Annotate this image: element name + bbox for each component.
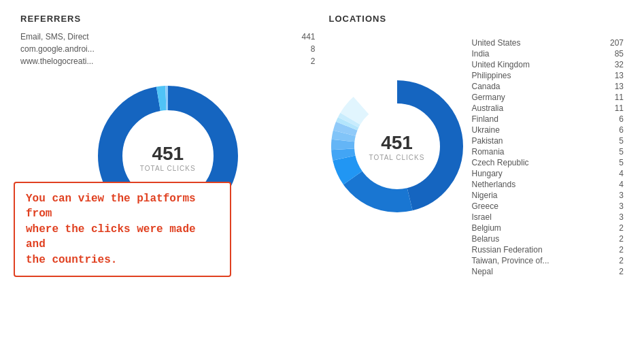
referrer-label: Email, SMS, Direct xyxy=(20,32,89,42)
location-name: Romania xyxy=(472,147,505,157)
locations-chart: 451 TOTAL CLICKS xyxy=(329,37,465,277)
location-name: Israel xyxy=(472,212,492,222)
location-count: 2 xyxy=(607,267,624,276)
location-count: 3 xyxy=(607,212,624,222)
locations-title: LOCATIONS xyxy=(329,14,624,24)
referrers-title: REFERRERS xyxy=(20,14,316,24)
location-item: Australia11 xyxy=(472,103,624,114)
referrers-total-label: TOTAL CLICKS xyxy=(140,165,196,172)
location-count: 5 xyxy=(607,136,624,146)
location-name: Canada xyxy=(472,82,501,91)
location-name: Nepal xyxy=(472,267,493,276)
location-name: United Kingdom xyxy=(472,60,530,69)
location-item: United States207 xyxy=(472,37,624,48)
location-item: Taiwan, Province of...2 xyxy=(472,255,624,266)
location-item: India85 xyxy=(472,48,624,59)
location-count: 6 xyxy=(607,125,624,135)
location-name: Finland xyxy=(472,114,498,124)
locations-content: 451 TOTAL CLICKS United States207India85… xyxy=(329,37,624,277)
referrers-total: 451 xyxy=(140,143,196,165)
location-item: Greece3 xyxy=(472,201,624,212)
location-name: Hungary xyxy=(472,169,503,178)
location-count: 2 xyxy=(607,223,624,233)
location-item: Finland6 xyxy=(472,114,624,125)
location-item: United Kingdom32 xyxy=(472,59,624,70)
location-name: Philippines xyxy=(472,71,511,80)
location-name: Ukraine xyxy=(472,125,500,135)
location-count: 207 xyxy=(607,38,624,48)
location-item: Hungary4 xyxy=(472,168,624,179)
location-count: 5 xyxy=(607,147,624,157)
location-item: Ukraine6 xyxy=(472,125,624,135)
referrer-label: com.google.androi... xyxy=(20,44,95,54)
location-count: 4 xyxy=(607,169,624,178)
location-item: Belgium2 xyxy=(472,223,624,233)
location-name: Taiwan, Province of... xyxy=(472,256,549,265)
location-name: Germany xyxy=(472,93,505,102)
location-name: Netherlands xyxy=(472,180,516,189)
location-count: 4 xyxy=(607,180,624,189)
location-count: 85 xyxy=(607,49,624,59)
location-count: 11 xyxy=(607,103,624,113)
referrer-count: 441 xyxy=(301,32,315,42)
locations-panel: LOCATIONS xyxy=(329,14,624,277)
location-item: Belarus2 xyxy=(472,233,624,244)
location-count: 13 xyxy=(607,82,624,91)
referrer-count: 8 xyxy=(311,44,316,54)
location-item: Canada13 xyxy=(472,81,624,92)
location-name: Czech Republic xyxy=(472,158,529,167)
location-item: Nepal2 xyxy=(472,266,624,277)
location-count: 5 xyxy=(607,158,624,167)
location-name: Greece xyxy=(472,201,498,211)
location-count: 2 xyxy=(607,234,624,244)
page-wrapper: REFERRERS Email, SMS, Direct441com.googl… xyxy=(0,0,644,291)
location-name: Nigeria xyxy=(472,191,498,200)
referrer-item: www.thelogocreati...2 xyxy=(20,55,316,67)
referrer-list: Email, SMS, Direct441com.google.androi..… xyxy=(20,31,316,67)
location-count: 11 xyxy=(607,93,624,102)
location-name: Russian Federation xyxy=(472,245,543,255)
location-item: Romania5 xyxy=(472,146,624,157)
location-name: Pakistan xyxy=(472,136,503,146)
location-name: Belgium xyxy=(472,223,501,233)
location-name: Belarus xyxy=(472,234,500,244)
location-name: India xyxy=(472,49,490,59)
referrer-count: 2 xyxy=(311,56,316,66)
locations-center: 451 TOTAL CLICKS xyxy=(369,132,425,161)
location-item: Russian Federation2 xyxy=(472,244,624,255)
location-item: Germany11 xyxy=(472,92,624,103)
location-count: 2 xyxy=(607,245,624,255)
location-count: 3 xyxy=(607,191,624,200)
referrer-item: Email, SMS, Direct441 xyxy=(20,31,316,43)
locations-list: United States207India85United Kingdom32P… xyxy=(472,37,624,277)
location-count: 3 xyxy=(607,201,624,211)
location-item: Philippines13 xyxy=(472,70,624,81)
location-count: 13 xyxy=(607,71,624,80)
referrers-center: 451 TOTAL CLICKS xyxy=(140,143,196,172)
location-item: Pakistan5 xyxy=(472,135,624,146)
location-name: United States xyxy=(472,38,521,48)
referrer-label: www.thelogocreati... xyxy=(20,56,93,66)
location-count: 2 xyxy=(607,256,624,265)
location-count: 32 xyxy=(607,60,624,69)
locations-total-label: TOTAL CLICKS xyxy=(369,154,425,161)
location-name: Australia xyxy=(472,103,504,113)
referrer-item: com.google.androi...8 xyxy=(20,43,316,55)
location-item: Israel3 xyxy=(472,212,624,223)
location-item: Nigeria3 xyxy=(472,190,624,201)
locations-donut: 451 TOTAL CLICKS xyxy=(329,37,465,258)
location-item: Czech Republic5 xyxy=(472,157,624,168)
locations-total: 451 xyxy=(369,132,425,154)
location-item: Netherlands4 xyxy=(472,179,624,190)
tooltip-text: You can view the platforms fromwhere the… xyxy=(26,193,196,266)
location-count: 6 xyxy=(607,114,624,124)
tooltip-box: You can view the platforms fromwhere the… xyxy=(14,182,231,277)
